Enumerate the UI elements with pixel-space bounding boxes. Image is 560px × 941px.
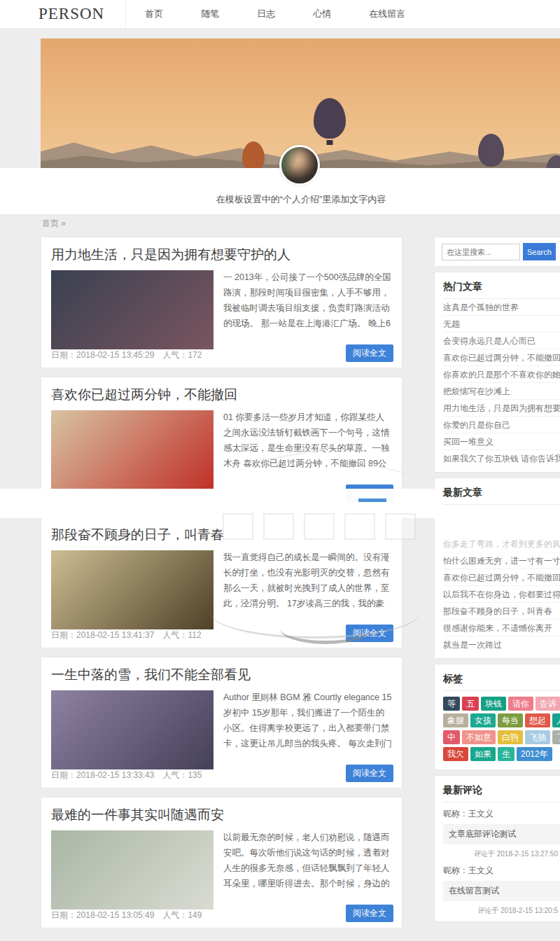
comment-date: 评论于 2018-2-15 13:27:50 (443, 849, 560, 859)
site-header: PERSON 首页随笔日志心情在线留言 (0, 0, 560, 28)
search-button[interactable]: Search (523, 243, 556, 260)
tag-link[interactable]: 不如意 (462, 730, 496, 744)
article-excerpt: 我一直觉得自己的成长是一瞬间的。没有漫长的打坐，也没有光影明灭的交替，忽然有那么… (223, 550, 392, 613)
article-thumbnail[interactable] (51, 830, 214, 909)
article-thumbnail[interactable] (51, 690, 214, 769)
tag-link[interactable]: 象腿 (443, 713, 468, 727)
tag-link[interactable]: 我欠 (443, 747, 468, 761)
hot-article-link[interactable]: 无题 (443, 316, 560, 333)
nav-item[interactable]: 心情 (294, 0, 350, 28)
latest-article-link[interactable]: 那段奋不顾身的日子，叫青春 (443, 603, 560, 620)
article-thumbnail[interactable] (51, 410, 214, 489)
article-title[interactable]: 那段奋不顾身的日子，叫青春 (51, 526, 392, 544)
comments-list: 昵称：王文义 文章底部评论测试 评论于 2018-2-15 13:27:50 昵… (443, 808, 560, 916)
comment-text: 在线留言测试 (443, 881, 560, 901)
tag-link[interactable]: 了 (552, 730, 560, 744)
article-card: 最难的一件事其实叫随遇而安 以前最无奈的时候，老人们劝慰说，随遇而安吧。每次听他… (41, 797, 402, 928)
page: PERSON 首页随笔日志心情在线留言 在模板设置中的“个人介绍”里添加文字内容… (0, 0, 560, 941)
tag-link[interactable]: 中 (443, 730, 460, 744)
article-meta: 日期：2018-02-15 13:41:37 人气：112 (51, 629, 202, 641)
article-meta: 日期：2018-02-15 13:45:29 人气：172 (51, 349, 202, 361)
search-input[interactable] (442, 244, 520, 260)
content: 用力地生活，只是因为拥有想要守护的人 一 2013年，公司接了一个500强品牌的… (41, 237, 560, 937)
article-card: 用力地生活，只是因为拥有想要守护的人 一 2013年，公司接了一个500强品牌的… (41, 237, 402, 368)
hot-air-balloon-icon (314, 98, 346, 139)
article-title[interactable]: 最难的一件事其实叫随遇而安 (51, 806, 392, 824)
read-more-button[interactable]: 阅读全文 (346, 765, 393, 782)
tag-link[interactable]: 人生 (552, 713, 560, 727)
article-meta: 日期：2018-02-15 13:33:43 人气：135 (51, 769, 202, 781)
article-title[interactable]: 喜欢你已超过两分钟，不能撤回 (51, 386, 392, 404)
article-meta: 日期：2018-02-15 13:05:49 人气：149 (51, 909, 202, 921)
hot-article-link[interactable]: 如果我欠了你五块钱 请你告诉我 (443, 450, 560, 466)
hot-article-link[interactable]: 用力地生活，只是因为拥有想要守护 (443, 400, 560, 417)
latest-article-link[interactable]: 以后我不在你身边，你都要过得好好 (443, 586, 560, 603)
breadcrumb-separator: » (61, 218, 66, 228)
hot-article-link[interactable]: 把烦恼写在沙滩上 (443, 383, 560, 400)
latest-articles-list: 你多走了弯路，才看到更多的风景怕什么困难无穷，进一寸有一寸的欢喜欢你已超过两分钟… (443, 536, 560, 653)
tag-link[interactable]: 白驹 (498, 730, 523, 744)
tag-link[interactable]: 告诉 (536, 697, 560, 711)
panel-title-latest: 最新文章 (443, 484, 560, 505)
hot-air-balloon-icon (478, 134, 504, 167)
tag-link[interactable]: 想起 (525, 713, 550, 727)
read-more-button[interactable]: 阅读全文 (346, 625, 393, 642)
read-more-button[interactable]: 阅读全文 (346, 485, 393, 502)
panel-title-hot: 热门文章 (443, 278, 560, 299)
tag-link[interactable]: 飞驰 (525, 730, 550, 744)
latest-article-link[interactable]: 你多走了弯路，才看到更多的风景 (443, 536, 560, 552)
intro-strip (0, 168, 560, 214)
tag-cloud: 等五块钱请你告诉有象腿女孩每当想起人生中不如意白驹飞驰了我欠如果生2012年 (443, 691, 560, 764)
latest-article-link[interactable]: 怕什么困难无穷，进一寸有一寸的欢 (443, 552, 560, 569)
tag-link[interactable]: 请你 (508, 697, 533, 711)
tag-link[interactable]: 五 (462, 697, 479, 711)
nav-item[interactable]: 首页 (126, 0, 182, 28)
panel-title-tags: 标签 (443, 670, 560, 691)
nav-item[interactable]: 日志 (238, 0, 294, 28)
comment-text: 文章底部评论测试 (443, 824, 560, 844)
article-thumbnail[interactable] (51, 550, 214, 629)
search-box: Search (434, 237, 560, 267)
nav-item[interactable]: 随笔 (182, 0, 238, 28)
latest-article-link[interactable]: 很感谢你能来，不遗憾你离开 (443, 620, 560, 636)
hot-air-balloon-icon (242, 141, 265, 168)
nav-item[interactable]: 在线留言 (350, 0, 424, 28)
latest-comments-panel: 最新评论 昵称：王文义 文章底部评论测试 评论于 2018-2-15 13:27… (434, 775, 560, 922)
breadcrumb: 首页 » (42, 218, 66, 230)
article-excerpt: 以前最无奈的时候，老人们劝慰说，随遇而安吧。每次听他们说这句话的时候，透着对人生… (223, 830, 392, 893)
comment-date: 评论于 2018-2-15 13:20:5 (443, 906, 560, 916)
tag-link[interactable]: 2012年 (517, 747, 552, 761)
tags-panel: 标签 等五块钱请你告诉有象腿女孩每当想起人生中不如意白驹飞驰了我欠如果生2012… (434, 664, 560, 770)
article-title[interactable]: 用力地生活，只是因为拥有想要守护的人 (51, 246, 392, 264)
site-logo[interactable]: PERSON (38, 0, 126, 28)
tag-link[interactable]: 每当 (498, 713, 523, 727)
comment-item: 昵称：王文义 文章底部评论测试 评论于 2018-2-15 13:27:50 (443, 808, 560, 859)
article-title[interactable]: 一生中落的雪，我们不能全部看见 (51, 666, 392, 684)
comment-author: 昵称：王文义 (443, 865, 560, 877)
article-excerpt: Author 里则林 BGM 雅 Courtly elegance 15岁初中 … (223, 690, 392, 753)
latest-article-link[interactable]: 就当是一次路过 (443, 636, 560, 653)
tag-link[interactable]: 生 (498, 747, 514, 761)
comment-item: 昵称：王文义 在线留言测试 评论于 2018-2-15 13:20:5 (443, 865, 560, 916)
tag-link[interactable]: 等 (443, 697, 460, 711)
tag-link[interactable]: 如果 (470, 747, 496, 761)
hot-article-link[interactable]: 这真是个孤独的世界 (443, 299, 560, 316)
article-thumbnail[interactable] (51, 270, 214, 349)
breadcrumb-home[interactable]: 首页 (42, 218, 59, 228)
article-excerpt: 一 2013年，公司接了一个500强品牌的全国路演，那段时间项目很密集，人手不够… (223, 270, 392, 333)
latest-article-link[interactable]: 喜欢你已超过两分钟，不能撤回 (443, 569, 560, 586)
panel-title-comments: 最新评论 (443, 781, 560, 802)
avatar[interactable] (279, 145, 320, 186)
read-more-button[interactable]: 阅读全文 (346, 905, 393, 922)
hot-article-link[interactable]: 你喜欢的只是那个不喜欢你的她 (443, 366, 560, 383)
article-card: 那段奋不顾身的日子，叫青春 我一直觉得自己的成长是一瞬间的。没有漫长的打坐，也没… (41, 517, 402, 648)
hot-article-link[interactable]: 买回一堆意义 (443, 433, 560, 450)
article-excerpt: 01 你要多活一些岁月才知道，你跟某些人之间永远没法斩钉截铁画下一个句号，这情感… (223, 410, 392, 473)
tag-link[interactable]: 女孩 (470, 713, 496, 727)
hot-article-link[interactable]: 你爱的只是你自己 (443, 417, 560, 433)
tag-link[interactable]: 块钱 (481, 697, 506, 711)
article-list: 用力地生活，只是因为拥有想要守护的人 一 2013年，公司接了一个500强品牌的… (41, 237, 402, 937)
hot-article-link[interactable]: 喜欢你已超过两分钟，不能撤回 (443, 349, 560, 366)
hot-article-link[interactable]: 会变得永远只是人心而已 (443, 333, 560, 349)
read-more-button[interactable]: 阅读全文 (346, 344, 393, 362)
